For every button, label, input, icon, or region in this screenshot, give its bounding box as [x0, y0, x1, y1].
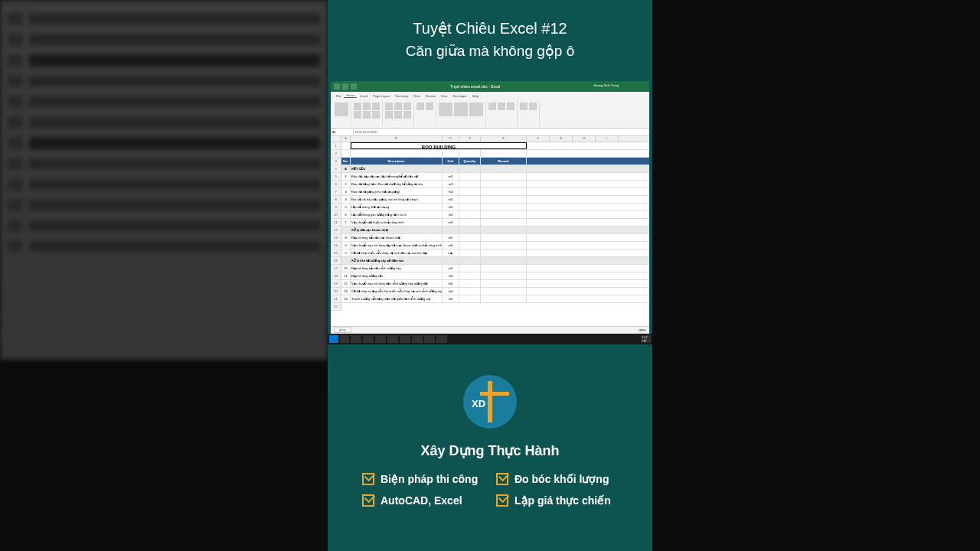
align-icon[interactable] — [385, 111, 393, 119]
ribbon-tabs: File Home Insert Page Layout Formulas Da… — [331, 92, 649, 99]
search-icon[interactable] — [340, 335, 349, 343]
sheet-grid[interactable]: BOQ BUILDINGNo.DescriptionUnitQuantityRe… — [341, 142, 649, 311]
maximize-icon[interactable] — [629, 83, 637, 90]
font-icon[interactable] — [363, 103, 371, 110]
user-label: Hoang Dinh Trong — [594, 83, 619, 90]
check-icon — [496, 473, 508, 485]
font-icon[interactable] — [363, 111, 371, 119]
branding-section: XD Xây Dựng Thực Hành Biện pháp thi công… — [328, 344, 652, 518]
feature-item: Đo bóc khối lượng — [496, 473, 618, 485]
system-tray[interactable]: 9:47 PM — [642, 335, 651, 343]
sheet-body: 12345678910111213141516171819202122 BOQ … — [331, 142, 649, 311]
qat-icon[interactable] — [351, 83, 357, 90]
col-i[interactable]: I — [596, 136, 619, 142]
align-icon[interactable] — [394, 103, 402, 110]
row-numbers: 12345678910111213141516171819202122 — [331, 142, 341, 311]
close-icon[interactable] — [639, 83, 646, 90]
title-line-2: Căn giữa mà không gộp ô — [343, 42, 637, 60]
taskbar-app[interactable] — [436, 335, 447, 343]
tab-insert[interactable]: Insert — [358, 94, 370, 98]
windows-taskbar: 9:47 PM — [328, 334, 652, 344]
col-e[interactable]: E — [481, 136, 527, 142]
align-icon[interactable] — [403, 111, 411, 119]
font-icon[interactable] — [354, 111, 361, 119]
col-d[interactable]: D — [459, 136, 481, 142]
feature-item: AutoCAD, Excel — [362, 494, 484, 507]
video-title: Tuyệt Chiêu Excel #12 Căn giữa mà không … — [328, 0, 652, 75]
tab-data[interactable]: Data — [411, 94, 422, 98]
font-icon[interactable] — [372, 103, 380, 110]
cells-icon[interactable] — [488, 103, 496, 110]
col-b[interactable]: B — [351, 136, 443, 142]
tab-review[interactable]: Review — [423, 94, 438, 98]
col-header[interactable] — [331, 136, 341, 142]
tab-pagelayout[interactable]: Page Layout — [371, 94, 392, 98]
editing-icon[interactable] — [529, 103, 537, 110]
tab-file[interactable]: File — [334, 94, 343, 98]
start-button[interactable] — [329, 335, 338, 343]
col-g[interactable]: G — [550, 136, 573, 142]
format-icon[interactable] — [439, 103, 452, 116]
features-list: Biện pháp thi công Đo bóc khối lượng Aut… — [343, 473, 637, 507]
taskbar-app[interactable] — [412, 335, 423, 343]
status-bar: BOQ 100% — [331, 326, 649, 334]
formula-input[interactable]: BOQ BUILDING — [354, 130, 649, 134]
channel-logo: XD — [463, 375, 517, 429]
brand-name: Xây Dựng Thực Hành — [343, 442, 637, 459]
tab-developer[interactable]: Developer — [450, 94, 469, 98]
taskbar-app[interactable] — [363, 335, 374, 343]
align-icon[interactable] — [403, 103, 411, 110]
align-icon[interactable] — [385, 103, 393, 110]
taskbar-app[interactable] — [424, 335, 435, 343]
format-icon[interactable] — [469, 103, 483, 116]
center-content: Tuyệt Chiêu Excel #12 Căn giữa mà không … — [328, 0, 652, 551]
dimmed-background-left — [0, 0, 328, 551]
ribbon-content — [331, 99, 649, 129]
cells-icon[interactable] — [507, 103, 514, 110]
dimmed-background-right — [652, 0, 980, 551]
number-icon[interactable] — [426, 103, 433, 110]
formula-bar: A1 BOQ BUILDING — [331, 129, 649, 136]
tab-view[interactable]: View — [439, 94, 450, 98]
check-icon — [496, 494, 508, 507]
format-icon[interactable] — [454, 103, 468, 116]
col-h[interactable]: H — [573, 136, 596, 142]
column-headers: A B C D E F G H I — [331, 136, 649, 142]
tab-formulas[interactable]: Formulas — [394, 94, 411, 98]
minimize-icon[interactable] — [620, 83, 628, 90]
font-icon[interactable] — [372, 111, 380, 119]
paste-icon[interactable] — [335, 103, 348, 116]
qat-icon[interactable] — [342, 83, 348, 90]
col-c[interactable]: C — [443, 136, 459, 142]
taskbar-app[interactable] — [351, 335, 361, 343]
align-icon[interactable] — [394, 111, 402, 119]
feature-item: Biện pháp thi công — [362, 473, 484, 485]
excel-screenshot: Tuyet chieu excel.xlsx - Excel Hoang Din… — [331, 81, 649, 334]
col-f[interactable]: F — [527, 136, 550, 142]
qat-icon[interactable] — [334, 83, 340, 90]
font-icon[interactable] — [354, 103, 361, 110]
excel-filename: Tuyet chieu excel.xlsx - Excel — [357, 84, 594, 89]
tab-help[interactable]: Help — [470, 94, 481, 98]
taskbar-app[interactable] — [375, 335, 386, 343]
name-box[interactable]: A1 — [331, 130, 354, 134]
sheet-tab[interactable]: BOQ — [334, 328, 351, 333]
col-a[interactable]: A — [341, 136, 351, 142]
blurred-sheet-left — [0, 0, 328, 360]
taskbar-app[interactable] — [400, 335, 410, 343]
excel-titlebar: Tuyet chieu excel.xlsx - Excel Hoang Din… — [331, 81, 649, 92]
check-icon — [362, 473, 374, 485]
editing-icon[interactable] — [520, 103, 528, 110]
tab-home[interactable]: Home — [344, 93, 357, 98]
title-line-1: Tuyệt Chiêu Excel #12 — [343, 19, 637, 37]
zoom-control[interactable]: 100% — [639, 328, 646, 332]
feature-item: Lập giá thực chiến — [496, 494, 618, 507]
cells-icon[interactable] — [498, 103, 505, 110]
check-icon — [362, 494, 374, 507]
number-icon[interactable] — [416, 103, 424, 110]
taskbar-app[interactable] — [387, 335, 398, 343]
